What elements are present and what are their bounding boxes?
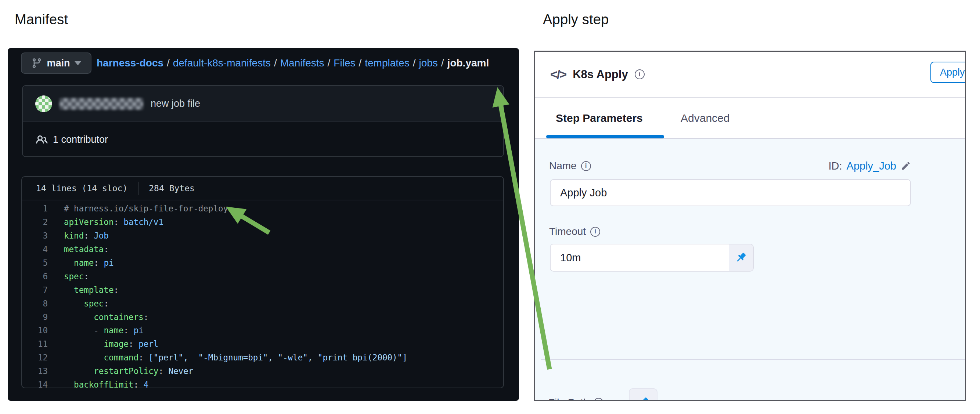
code-line: 9 containers: xyxy=(22,310,503,324)
breadcrumb-separator: / xyxy=(441,57,444,69)
step-tabs: Step Parameters Advanced xyxy=(535,98,965,138)
code-line: 6spec: xyxy=(22,270,503,283)
latest-commit-row: new job file xyxy=(23,86,503,122)
people-icon xyxy=(36,134,48,146)
chevron-down-icon xyxy=(75,61,81,65)
git-branch-icon xyxy=(31,58,42,69)
apply-changes-button[interactable]: Apply xyxy=(931,62,966,83)
pin-icon[interactable] xyxy=(729,244,753,271)
k8s-apply-step-panel: </> K8s Apply Apply Step Parameters Adva… xyxy=(534,51,966,401)
line-number[interactable]: 1 xyxy=(22,204,48,213)
code-line: 10 - name: pi xyxy=(22,324,503,337)
line-number[interactable]: 7 xyxy=(22,285,48,295)
code-text: - name: pi xyxy=(64,325,144,335)
code-text: command: ["perl", "-Mbignum=bpi", "-wle"… xyxy=(64,353,407,362)
breadcrumb-default-k8s-manifests[interactable]: default-k8s-manifests xyxy=(173,57,271,69)
name-input[interactable] xyxy=(550,179,911,206)
divider xyxy=(138,182,139,195)
line-number[interactable]: 12 xyxy=(22,353,48,362)
line-number[interactable]: 4 xyxy=(22,244,48,254)
name-field-label: Name xyxy=(549,159,591,173)
code-text: containers: xyxy=(64,312,148,322)
code-text: kind: Job xyxy=(64,231,109,240)
info-icon[interactable] xyxy=(581,161,591,171)
contributors-count: 1 contributor xyxy=(53,134,108,145)
code-line: 1# harness.io/skip-file-for-deploy xyxy=(22,202,503,216)
code-line: 5 name: pi xyxy=(22,256,503,270)
commit-message[interactable]: new job file xyxy=(151,98,200,109)
breadcrumb-jobs[interactable]: jobs xyxy=(419,57,438,69)
file-size-stat: 284 Bytes xyxy=(149,184,195,193)
code-line: 4metadata: xyxy=(22,243,503,256)
branch-name: main xyxy=(47,58,70,69)
code-line: 7 template: xyxy=(22,283,503,297)
code-line: 12 command: ["perl", "-Mbignum=bpi", "-w… xyxy=(22,351,503,365)
code-text: metadata: xyxy=(64,244,109,254)
redacted-username xyxy=(59,98,143,110)
breadcrumb-harness-docs[interactable]: harness-docs xyxy=(97,57,164,69)
code-text: image: perl xyxy=(64,339,158,349)
github-file-panel: main harness-docs/default-k8s-manifests/… xyxy=(8,48,519,401)
code-text: template: xyxy=(64,285,119,295)
code-line: 13 restartPolicy: Never xyxy=(22,365,503,378)
info-icon[interactable] xyxy=(593,398,603,401)
code-line: 3kind: Job xyxy=(22,229,503,243)
step-id-link[interactable]: Apply_Job xyxy=(847,160,896,172)
file-lines-stat: 14 lines (14 sloc) xyxy=(36,184,127,193)
line-number[interactable]: 9 xyxy=(22,312,48,322)
code-text: spec: xyxy=(64,271,89,281)
code-line: 2apiVersion: batch/v1 xyxy=(22,216,503,229)
file-stats-bar: 14 lines (14 sloc) 284 Bytes xyxy=(22,177,503,200)
breadcrumb-job.yaml: job.yaml xyxy=(447,57,489,69)
breadcrumb-separator: / xyxy=(328,57,331,69)
divider xyxy=(541,359,965,360)
code-text: restartPolicy: Never xyxy=(64,366,193,376)
avatar[interactable] xyxy=(35,95,52,112)
code-lines: 1# harness.io/skip-file-for-deploy2apiVe… xyxy=(22,200,503,388)
line-number[interactable]: 14 xyxy=(22,380,48,388)
line-number[interactable]: 3 xyxy=(22,231,48,240)
breadcrumb-separator: / xyxy=(413,57,416,69)
info-icon[interactable] xyxy=(590,227,600,237)
line-number[interactable]: 10 xyxy=(22,325,48,335)
line-number[interactable]: 6 xyxy=(22,271,48,281)
info-icon[interactable] xyxy=(635,69,644,79)
commit-box: new job file 1 contributor xyxy=(22,85,504,157)
id-label: ID: xyxy=(829,160,842,172)
file-path-field-label: File Path xyxy=(549,396,603,401)
step-header: </> K8s Apply Apply xyxy=(535,52,965,97)
line-number[interactable]: 5 xyxy=(22,258,48,268)
breadcrumb-Files[interactable]: Files xyxy=(334,57,355,69)
line-number[interactable]: 2 xyxy=(22,217,48,227)
code-text: # harness.io/skip-file-for-deploy xyxy=(64,204,228,213)
code-line: 8 spec: xyxy=(22,297,503,310)
breadcrumb-separator: / xyxy=(274,57,277,69)
manifest-heading: Manifest xyxy=(15,12,68,27)
tab-step-parameters[interactable]: Step Parameters xyxy=(556,98,643,138)
code-text: apiVersion: batch/v1 xyxy=(64,217,164,227)
breadcrumb-separator: / xyxy=(358,57,361,69)
code-text: name: pi xyxy=(64,258,113,268)
edit-pencil-icon[interactable] xyxy=(900,161,911,171)
step-title: K8s Apply xyxy=(573,68,628,81)
apply-step-heading: Apply step xyxy=(543,12,609,27)
code-line: 11 image: perl xyxy=(22,337,503,351)
line-number[interactable]: 8 xyxy=(22,299,48,308)
timeout-input[interactable] xyxy=(550,244,729,271)
contributors-row[interactable]: 1 contributor xyxy=(23,122,503,157)
code-line: 14 backoffLimit: 4 xyxy=(22,378,503,388)
breadcrumb: harness-docs/default-k8s-manifests/Manif… xyxy=(97,52,489,74)
step-id-row: ID: Apply_Job xyxy=(829,159,911,173)
code-step-icon: </> xyxy=(550,67,566,81)
active-tab-indicator xyxy=(546,135,664,138)
code-text: spec: xyxy=(64,299,109,308)
timeout-field-label: Timeout xyxy=(549,225,600,238)
breadcrumb-Manifests[interactable]: Manifests xyxy=(280,57,325,69)
branch-selector-button[interactable]: main xyxy=(21,52,91,74)
line-number[interactable]: 11 xyxy=(22,339,48,349)
line-number[interactable]: 13 xyxy=(22,366,48,376)
pin-toggle-button[interactable] xyxy=(629,388,657,401)
tab-advanced[interactable]: Advanced xyxy=(681,98,730,138)
breadcrumb-templates[interactable]: templates xyxy=(365,57,409,69)
code-viewer: 14 lines (14 sloc) 284 Bytes 1# harness.… xyxy=(21,176,504,388)
